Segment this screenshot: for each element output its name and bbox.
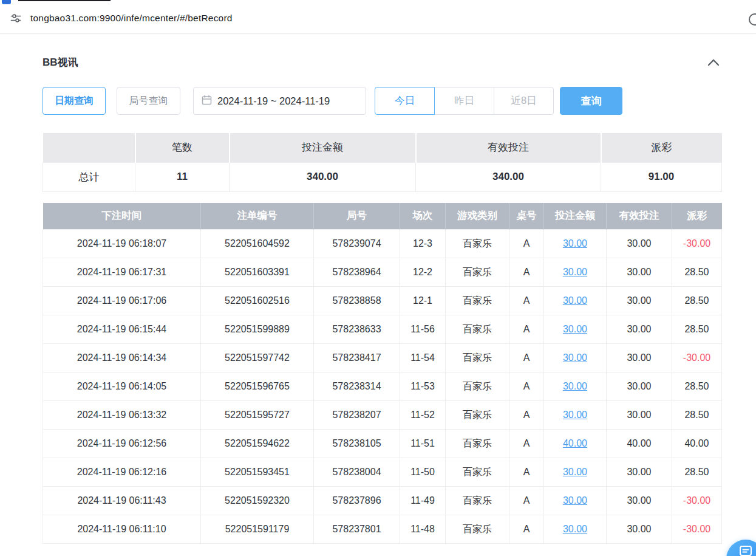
cell-bet-amount: 30.00 <box>544 487 607 515</box>
records-tbody: 2024-11-19 06:18:07 522051604592 5782390… <box>43 230 722 544</box>
site-settings-icon[interactable] <box>9 11 23 26</box>
cell-bet-time: 2024-11-19 06:13:32 <box>43 401 201 430</box>
cell-bet-amount: 40.00 <box>544 430 607 458</box>
quick-date-group: 今日 昨日 近8日 <box>375 87 554 115</box>
cell-round-id: 578238964 <box>314 258 400 287</box>
bet-amount-link[interactable]: 30.00 <box>563 324 587 334</box>
cell-table-no: A <box>509 287 544 315</box>
table-row: 2024-11-19 06:14:05 522051596765 5782383… <box>43 372 722 401</box>
records-header-row: 下注时间 注单编号 局号 场次 游戏类别 桌号 投注金额 有效投注 派彩 <box>43 203 722 230</box>
round-query-button[interactable]: 局号查询 <box>117 87 180 115</box>
summary-total-label: 总计 <box>43 162 135 191</box>
records-table: 下注时间 注单编号 局号 场次 游戏类别 桌号 投注金额 有效投注 派彩 202… <box>43 203 722 544</box>
bet-amount-link[interactable]: 30.00 <box>563 524 587 534</box>
cell-payout: 28.50 <box>672 372 722 401</box>
browser-chrome: tongbao31.com:9900/infe/mcenter/#/betRec… <box>0 0 756 33</box>
bet-amount-link[interactable]: 30.00 <box>563 467 587 477</box>
bet-amount-link[interactable]: 30.00 <box>563 495 587 506</box>
cell-valid-bet: 30.00 <box>607 230 672 258</box>
cell-bet-time: 2024-11-19 06:11:10 <box>43 515 201 544</box>
bet-amount-link[interactable]: 30.00 <box>563 295 587 306</box>
cell-payout: 40.00 <box>672 430 722 458</box>
bet-amount-link[interactable]: 30.00 <box>563 410 587 420</box>
cell-bet-amount: 30.00 <box>544 230 607 258</box>
yesterday-button[interactable]: 昨日 <box>434 87 494 115</box>
last-8-days-button[interactable]: 近8日 <box>494 87 554 115</box>
cell-bet-id: 522051604592 <box>201 230 314 258</box>
cell-valid-bet: 30.00 <box>607 315 672 344</box>
cell-game-type: 百家乐 <box>446 401 509 430</box>
cell-payout: -30.00 <box>672 487 722 515</box>
cell-valid-bet: 30.00 <box>607 458 672 487</box>
summary-bet-amount-value: 340.00 <box>230 162 416 191</box>
date-query-button[interactable]: 日期查询 <box>43 87 106 115</box>
records-header-session: 场次 <box>400 203 446 230</box>
table-row: 2024-11-19 06:12:56 522051594622 5782381… <box>43 430 722 458</box>
cell-bet-amount: 30.00 <box>544 515 607 544</box>
bet-amount-link[interactable]: 30.00 <box>563 381 587 391</box>
cell-game-type: 百家乐 <box>446 258 509 287</box>
cell-round-id: 578237896 <box>314 487 400 515</box>
cell-valid-bet: 30.00 <box>607 515 672 544</box>
cell-round-id: 578238858 <box>314 287 400 315</box>
bet-amount-link[interactable]: 30.00 <box>563 352 587 363</box>
calendar-icon <box>202 95 212 108</box>
records-header-bet-id: 注单编号 <box>201 203 314 230</box>
records-header-table-no: 桌号 <box>509 203 544 230</box>
cell-table-no: A <box>509 487 544 515</box>
cell-game-type: 百家乐 <box>446 287 509 315</box>
summary-payout-value: 91.00 <box>601 162 722 191</box>
cell-payout: -30.00 <box>672 344 722 372</box>
url-text[interactable]: tongbao31.com:9900/infe/mcenter/#/betRec… <box>30 13 233 24</box>
bet-amount-link[interactable]: 30.00 <box>563 238 587 249</box>
cell-table-no: A <box>509 258 544 287</box>
cell-payout: -30.00 <box>672 230 722 258</box>
cell-game-type: 百家乐 <box>446 487 509 515</box>
tab-favicon <box>2 0 11 4</box>
bet-amount-link[interactable]: 40.00 <box>563 438 587 448</box>
today-button[interactable]: 今日 <box>375 87 435 115</box>
cell-bet-time: 2024-11-19 06:18:07 <box>43 230 201 258</box>
cell-table-no: A <box>509 401 544 430</box>
cell-bet-time: 2024-11-19 06:17:06 <box>43 287 201 315</box>
records-header-round-id: 局号 <box>314 203 400 230</box>
cell-payout: 28.50 <box>672 315 722 344</box>
cell-round-id: 578238004 <box>314 458 400 487</box>
summary-header-blank <box>43 133 135 162</box>
bet-amount-link[interactable]: 30.00 <box>563 267 587 277</box>
table-row: 2024-11-19 06:11:43 522051592320 5782378… <box>43 487 722 515</box>
cell-round-id: 578238633 <box>314 315 400 344</box>
cell-game-type: 百家乐 <box>446 372 509 401</box>
summary-valid-bet-value: 340.00 <box>416 162 601 191</box>
table-row: 2024-11-19 06:15:44 522051599889 5782386… <box>43 315 722 344</box>
cell-table-no: A <box>509 458 544 487</box>
cell-bet-id: 522051595727 <box>201 401 314 430</box>
cell-bet-id: 522051602516 <box>201 287 314 315</box>
date-range-value: 2024-11-19 ~ 2024-11-19 <box>217 95 330 107</box>
cell-session: 11-50 <box>400 458 446 487</box>
cell-table-no: A <box>509 315 544 344</box>
cell-bet-amount: 30.00 <box>544 344 607 372</box>
table-row: 2024-11-19 06:18:07 522051604592 5782390… <box>43 230 722 258</box>
date-range-picker[interactable]: 2024-11-19 ~ 2024-11-19 <box>193 87 366 115</box>
summary-header-count: 笔数 <box>135 133 230 162</box>
url-bar[interactable]: tongbao31.com:9900/infe/mcenter/#/betRec… <box>0 0 756 33</box>
cell-bet-amount: 30.00 <box>544 287 607 315</box>
cell-game-type: 百家乐 <box>446 315 509 344</box>
summary-header-valid-bet: 有效投注 <box>416 133 601 162</box>
cell-round-id: 578239074 <box>314 230 400 258</box>
cell-bet-amount: 30.00 <box>544 372 607 401</box>
cell-session: 12-1 <box>400 287 446 315</box>
cell-bet-id: 522051594622 <box>201 430 314 458</box>
chevron-up-icon[interactable] <box>706 57 721 69</box>
summary-total-row: 总计 11 340.00 340.00 91.00 <box>43 162 722 191</box>
summary-header-payout: 派彩 <box>601 133 722 162</box>
cell-bet-id: 522051597742 <box>201 344 314 372</box>
section-title: BB视讯 <box>43 55 78 69</box>
cell-payout: 28.50 <box>672 258 722 287</box>
cell-bet-amount: 30.00 <box>544 401 607 430</box>
cell-valid-bet: 30.00 <box>607 287 672 315</box>
cell-payout: -30.00 <box>672 515 722 544</box>
section-header: BB视讯 <box>43 55 721 69</box>
search-button[interactable]: 查询 <box>560 87 622 115</box>
